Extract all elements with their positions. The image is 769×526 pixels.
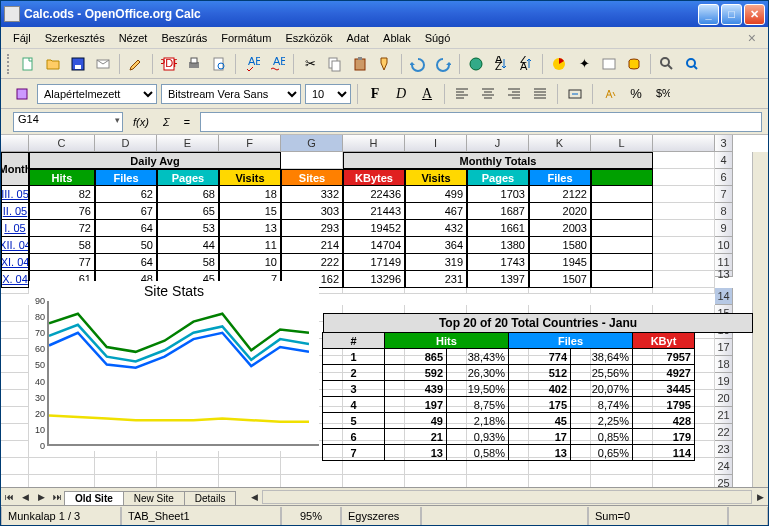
month-link[interactable]: III. 05 [1, 186, 29, 203]
toolbar-grip[interactable] [7, 54, 12, 74]
sheet-tab-details[interactable]: Details [184, 491, 237, 505]
italic-button[interactable]: D [390, 83, 412, 105]
sort-desc-icon[interactable]: ZA [515, 53, 537, 75]
sheet-tab-bar: ⏮ ◀ ▶ ⏭ Old Site New Site Details ◀ ▶ [1, 487, 768, 505]
month-link[interactable]: II. 05 [1, 203, 29, 220]
redo-icon[interactable] [432, 53, 454, 75]
svg-text:Z: Z [495, 60, 502, 72]
style-select[interactable]: Alapértelmezett [37, 84, 157, 104]
undo-icon[interactable] [407, 53, 429, 75]
function-wizard-icon[interactable]: f(x) [129, 116, 153, 128]
merge-cells-icon[interactable] [564, 83, 586, 105]
menu-insert[interactable]: Beszúrás [155, 30, 213, 46]
standard-format-icon[interactable]: $% [651, 83, 673, 105]
hscroll-right-icon[interactable]: ▶ [752, 489, 768, 505]
col-hits: Hits [384, 332, 509, 349]
sum-icon[interactable]: Σ [159, 116, 174, 128]
styles-icon[interactable] [11, 83, 33, 105]
tab-first-icon[interactable]: ⏮ [1, 489, 17, 505]
align-center-icon[interactable] [477, 83, 499, 105]
copy-icon[interactable] [324, 53, 346, 75]
save-icon[interactable] [67, 53, 89, 75]
function-icon[interactable]: = [180, 116, 194, 128]
formula-input[interactable] [200, 112, 762, 132]
sheet-tab-old-site[interactable]: Old Site [64, 491, 124, 505]
print-preview-icon[interactable] [208, 53, 230, 75]
datasources-icon[interactable] [623, 53, 645, 75]
auto-spellcheck-icon[interactable]: ABC [266, 53, 288, 75]
title-bar: Calc.ods - OpenOffice.org Calc _ □ ✕ [1, 1, 768, 27]
tab-next-icon[interactable]: ▶ [33, 489, 49, 505]
formula-bar: G14 f(x) Σ = [1, 109, 768, 135]
chart-icon[interactable] [548, 53, 570, 75]
maximize-button[interactable]: □ [721, 4, 742, 25]
cut-icon[interactable]: ✂ [299, 53, 321, 75]
col-files: Files [508, 332, 633, 349]
sort-asc-icon[interactable]: AZ [490, 53, 512, 75]
window-title: Calc.ods - OpenOffice.org Calc [24, 7, 698, 21]
navigator-icon[interactable]: ✦ [573, 53, 595, 75]
svg-rect-14 [355, 59, 365, 70]
new-icon[interactable] [17, 53, 39, 75]
status-zoom[interactable]: 95% [281, 507, 341, 525]
minimize-button[interactable]: _ [698, 4, 719, 25]
align-right-icon[interactable] [503, 83, 525, 105]
sheet-tab-new-site[interactable]: New Site [123, 491, 185, 505]
pdf-icon[interactable]: PDF [158, 53, 180, 75]
format-paintbrush-icon[interactable] [374, 53, 396, 75]
align-left-icon[interactable] [451, 83, 473, 105]
month-link[interactable]: I. 05 [1, 220, 29, 237]
month-link[interactable]: X. 04 [1, 271, 29, 288]
status-mode[interactable]: Egyszeres [341, 507, 421, 525]
status-sum[interactable]: Sum=0 [588, 507, 728, 525]
gallery-icon[interactable] [598, 53, 620, 75]
svg-point-16 [470, 58, 482, 70]
font-select[interactable]: Bitstream Vera Sans [161, 84, 301, 104]
find-icon[interactable] [656, 53, 678, 75]
paste-icon[interactable] [349, 53, 371, 75]
name-box[interactable]: G14 [13, 112, 123, 132]
horizontal-scrollbar[interactable] [262, 490, 752, 504]
close-button[interactable]: ✕ [744, 4, 765, 25]
menu-format[interactable]: Formátum [215, 30, 277, 46]
bold-button[interactable]: F [364, 83, 386, 105]
menu-help[interactable]: Súgó [419, 30, 457, 46]
zoom-icon[interactable] [681, 53, 703, 75]
menu-view[interactable]: Nézet [113, 30, 154, 46]
vertical-scrollbar[interactable] [752, 152, 768, 487]
menu-window[interactable]: Ablak [377, 30, 417, 46]
menu-bar: Fájl Szerkesztés Nézet Beszúrás Formátum… [1, 27, 768, 49]
svg-text:PDF: PDF [161, 57, 177, 69]
menu-edit[interactable]: Szerkesztés [39, 30, 111, 46]
font-size-select[interactable]: 10 [305, 84, 351, 104]
tab-prev-icon[interactable]: ◀ [17, 489, 33, 505]
format-toolbar: Alapértelmezett Bitstream Vera Sans 10 F… [1, 79, 768, 109]
doc-close-icon[interactable]: × [742, 30, 762, 46]
underline-button[interactable]: A [416, 83, 438, 105]
open-icon[interactable] [42, 53, 64, 75]
svg-rect-0 [23, 58, 32, 70]
menu-file[interactable]: Fájl [7, 30, 37, 46]
edit-icon[interactable] [125, 53, 147, 75]
countries-title: Top 20 of 20 Total Countries - Janu [323, 313, 753, 333]
svg-text:$%: $% [656, 87, 670, 99]
hyperlink-icon[interactable] [465, 53, 487, 75]
print-icon[interactable] [183, 53, 205, 75]
svg-text:A: A [520, 60, 528, 72]
status-bar: Munkalap 1 / 3 TAB_Sheet1 95% Egyszeres … [1, 505, 768, 525]
spellcheck-icon[interactable]: ABC [241, 53, 263, 75]
svg-point-24 [661, 58, 669, 66]
tab-last-icon[interactable]: ⏭ [49, 489, 65, 505]
chart-site-stats[interactable]: Site Stats 9080706050403020100 [29, 281, 319, 451]
email-icon[interactable] [92, 53, 114, 75]
svg-rect-13 [332, 61, 340, 71]
percent-icon[interactable]: % [625, 83, 647, 105]
menu-tools[interactable]: Eszközök [279, 30, 338, 46]
align-justify-icon[interactable] [529, 83, 551, 105]
svg-text:ABC: ABC [273, 56, 285, 67]
month-link[interactable]: XII. 04 [1, 237, 29, 254]
hscroll-left-icon[interactable]: ◀ [246, 489, 262, 505]
month-link[interactable]: XI. 04 [1, 254, 29, 271]
menu-data[interactable]: Adat [340, 30, 375, 46]
currency-icon[interactable] [599, 83, 621, 105]
